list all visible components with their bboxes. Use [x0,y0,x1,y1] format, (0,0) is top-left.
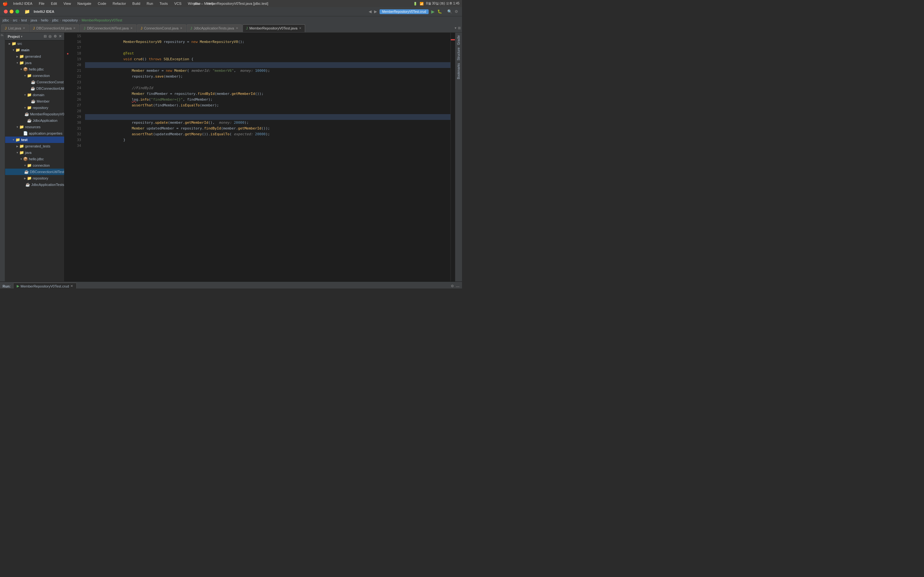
expand-arrow: ▼ [15,61,19,64]
tree-item-connectionconst[interactable]: ☕ ConnectionConst [5,79,64,85]
code-line-15: MemberRepositoryV0 repository = new Memb… [85,33,451,39]
tree-item-hello-jdbc[interactable]: ▼ 📦 hello.jdbc [5,66,64,73]
bc-jdbc[interactable]: jdbc [3,18,9,22]
bc-repository[interactable]: repository [62,18,78,22]
minimize-button[interactable] [10,10,13,13]
run-minimize-button[interactable]: — [456,284,459,288]
bookmarks-tool-button[interactable]: Bookmarks [456,62,461,81]
collapse-all-button[interactable]: ⊟ [44,34,47,39]
gutter-18[interactable]: ● [65,51,71,56]
bc-src[interactable]: src [13,18,18,22]
tree-item-test[interactable]: ▼ 📁 test [5,137,64,143]
code-line-26: assertThat(findMember).isEqualTo(member)… [85,97,451,103]
apple-menu[interactable]: 🍎 [3,1,8,6]
run-settings-button[interactable]: ⚙ [451,284,454,288]
tab-close[interactable]: ✕ [23,27,25,30]
tab-icon-java: J [5,26,7,30]
tree-item-repository[interactable]: ▼ 📁 repository [5,105,64,111]
folder-icon: 📁 [27,105,32,110]
tree-item-test-connection[interactable]: ▼ 📁 connection [5,162,64,169]
locate-file-button[interactable]: ◎ [48,34,52,39]
menu-view[interactable]: View [63,2,72,5]
tree-item-test-java[interactable]: ▼ 📁 java [5,149,64,156]
tab-overflow-button[interactable]: ▾ [455,26,457,30]
tab-dbconnectionutil[interactable]: J DBConnectionUtil.java ✕ [29,24,79,32]
tree-item-test-repository[interactable]: ▶ 📁 repository [5,175,64,181]
menu-file[interactable]: File [38,2,45,5]
tree-item-src[interactable]: ▶ 📁 src [5,40,64,47]
tab-close[interactable]: ✕ [73,27,76,30]
tree-item-java[interactable]: ▼ 📁 java [5,60,64,66]
menu-vcs[interactable]: VCS [173,2,183,5]
panel-settings-button[interactable]: ⚙ [53,34,57,39]
expand-arrow: ▶ [8,42,11,45]
left-tool-strip: P [0,33,5,282]
tree-item-jdbcapplication[interactable]: ☕ JdbcApplication [5,117,64,124]
bc-file[interactable]: MemberRepositoryV0Test [81,18,122,22]
tab-dbconnectionutiltest[interactable]: J DBConnectionUtilTest.java ✕ [80,24,136,32]
window-title: jdbc – MemberRepositoryV0Test.java [jdbc… [194,2,268,5]
menu-refactor[interactable]: Refactor [111,2,127,5]
panel-close-button[interactable]: ✕ [59,34,61,39]
tree-item-domain[interactable]: ▼ 📁 domain [5,92,64,98]
close-button[interactable] [4,10,8,13]
menu-tools[interactable]: Tools [158,2,169,5]
tree-item-dbconnectionutiltest[interactable]: ☕ DBConnectionUtilTest [5,169,64,175]
run-config-label[interactable]: MemberRepositoryV0Test.crud [380,9,429,14]
code-content: ● 15 16 17 [65,33,455,282]
code-editor-content[interactable]: MemberRepositoryV0 repository = new Memb… [84,33,451,282]
panel-dropdown[interactable]: ▾ [21,35,23,38]
tab-close[interactable]: ✕ [180,27,183,30]
fullscreen-button[interactable] [15,10,19,13]
menu-run[interactable]: Run [145,2,154,5]
tree-item-generated[interactable]: ▶ 📁 generated [5,53,64,60]
menu-code[interactable]: Code [97,2,107,5]
tree-item-generated-tests[interactable]: ▶ 📁 generated_tests [5,143,64,149]
code-editor[interactable]: ● 15 16 17 [65,33,455,282]
tree-label: ConnectionConst [37,80,63,84]
clock: 8월 30일 (화) 오후 1:45 [426,1,459,6]
split-editor-button[interactable]: ⊞ [458,26,461,30]
code-line-34 [85,143,451,149]
tree-item-appprops[interactable]: 📄 application.properties [5,130,64,137]
tree-item-main[interactable]: ▼ 📁 main [5,47,64,53]
forward-nav-button[interactable]: ▶ [374,9,377,14]
run-button[interactable]: ▶ [431,9,435,14]
tree-item-resources[interactable]: ▼ 📁 resources [5,124,64,130]
java-icon: ☕ [31,80,36,84]
tab-list-java[interactable]: J List.java ✕ [1,24,29,32]
bc-jdbc2[interactable]: jdbc [52,18,58,22]
menu-intellij[interactable]: IntelliJ IDEA [12,2,33,5]
tree-item-memberrepositoryv0[interactable]: ☕ MemberRepositoryV0 [5,111,64,117]
run-config-tab[interactable]: ▶ MemberRepositoryV0Test.crud ✕ [13,283,77,289]
tree-item-member[interactable]: ☕ Member [5,98,64,105]
search-button[interactable]: 🔍 [447,9,452,14]
tab-close[interactable]: ✕ [130,27,133,30]
bc-hello[interactable]: hello [41,18,48,22]
debug-button[interactable]: 🐛 [437,9,442,14]
menu-navigate[interactable]: Navigate [76,2,92,5]
tab-close[interactable]: ✕ [299,27,302,30]
project-tool-button[interactable]: P [1,34,4,36]
tab-connectionconst[interactable]: J ConnectionConst.java ✕ [137,24,186,32]
folder-icon: 📁 [11,41,16,46]
gutter-34 [65,143,71,149]
tree-item-jdbcapplicationtests[interactable]: ☕ JdbcApplicationTests [5,181,64,188]
gradle-tool-button[interactable]: Gradle [456,34,461,46]
menu-build[interactable]: Build [132,2,141,5]
back-nav-button[interactable]: ◀ [368,9,372,14]
tree-item-test-hello-jdbc[interactable]: ▼ 📦 hello.jdbc [5,156,64,162]
settings-button[interactable]: ⚙ [455,9,458,14]
bc-test[interactable]: test [21,18,27,22]
structure-tool-button[interactable]: Structure [456,46,461,62]
gutter-30 [65,120,71,126]
tab-close[interactable]: ✕ [236,27,238,30]
menu-edit[interactable]: Edit [50,2,58,5]
tab-memberrepositoryv0test[interactable]: J MemberRepositoryV0Test.java ✕ [242,24,305,32]
code-line-20: Member member = new Member( memberId: "m… [85,62,451,68]
tree-item-dbconnectionutil[interactable]: ☕ DBConnectionUtil [5,85,64,92]
tab-jdbcapplicationtests[interactable]: J JdbcApplicationTests.java ✕ [187,24,242,32]
tree-item-connection[interactable]: ▼ 📁 connection [5,73,64,79]
bc-java[interactable]: java [31,18,37,22]
run-tab-close[interactable]: ✕ [70,284,73,288]
